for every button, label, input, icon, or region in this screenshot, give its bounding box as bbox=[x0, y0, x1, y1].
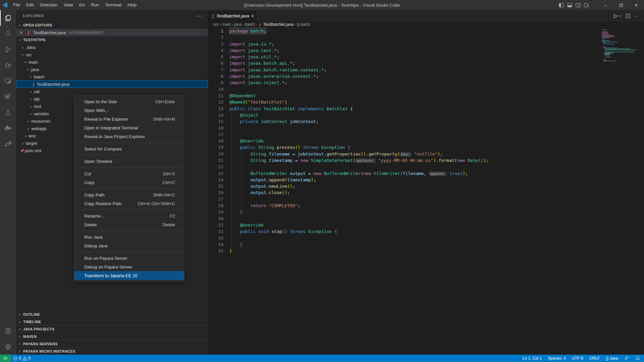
status-indentation[interactable]: Spaces: 4 bbox=[545, 355, 569, 362]
tree-item-testbatchlet-java[interactable]: JTestBatchlet.java bbox=[16, 80, 208, 88]
menu-item-debug-java[interactable]: Debug Java bbox=[74, 241, 184, 250]
menu-item-run-on-payara-server[interactable]: Run on Payara Server bbox=[74, 254, 184, 262]
code-line[interactable]: 9import javax.inject.*; bbox=[208, 79, 644, 86]
code-editor[interactable]: 1package batch;23import java.io.*;4impor… bbox=[208, 27, 644, 355]
code-line[interactable]: 27 bbox=[208, 196, 644, 202]
java-status-icon[interactable] bbox=[621, 355, 632, 362]
run-button[interactable] bbox=[613, 14, 618, 18]
tree-item--idea[interactable]: ›.idea bbox=[16, 44, 208, 51]
code-line[interactable]: 11@Dependent bbox=[208, 93, 644, 99]
toggle-secondary-sidebar-icon[interactable] bbox=[576, 3, 581, 7]
activity-bar-search[interactable] bbox=[0, 26, 16, 42]
menu-terminal[interactable]: Terminal bbox=[102, 0, 124, 10]
code-line[interactable]: 26 output.close(); bbox=[208, 189, 644, 196]
code-line[interactable]: 7import javax.batch.runtime.context.*; bbox=[208, 67, 644, 73]
code-line[interactable]: 24 output.append(timestamp); bbox=[208, 177, 644, 183]
activity-bar-run-and-debug[interactable] bbox=[0, 57, 16, 73]
menu-item-debug-on-payara-server[interactable]: Debug on Payara Server bbox=[74, 262, 184, 271]
code-line[interactable]: 35} bbox=[208, 248, 644, 254]
menu-item-open-to-the-side[interactable]: Open to the SideCtrl+Enter bbox=[74, 97, 184, 106]
explorer-more-actions-icon[interactable]: ··· bbox=[197, 13, 202, 18]
customize-layout-icon[interactable] bbox=[584, 3, 589, 7]
section-outline[interactable]: ›OUTLINE bbox=[16, 310, 208, 318]
code-line[interactable]: 34 } bbox=[208, 241, 644, 248]
close-editor-icon[interactable]: ✕ bbox=[19, 31, 24, 35]
code-line[interactable]: 15 private JobContext jobContext; bbox=[208, 118, 644, 125]
run-dropdown-icon[interactable] bbox=[619, 15, 622, 17]
status-encoding[interactable]: UTF-8 bbox=[569, 355, 586, 362]
menu-run[interactable]: Run bbox=[88, 0, 102, 10]
minimap[interactable] bbox=[602, 29, 639, 65]
breadcrumb-item[interactable]: batch bbox=[245, 22, 255, 27]
breadcrumb-item[interactable]: src bbox=[213, 22, 219, 27]
code-line[interactable]: 32 public void stop() throws Exception { bbox=[208, 228, 644, 235]
code-line[interactable]: 17 bbox=[208, 131, 644, 138]
status-eol[interactable]: CRLF bbox=[586, 355, 603, 362]
code-line[interactable]: 8import javax.enterprise.context.*; bbox=[208, 73, 644, 79]
activity-bar-docker[interactable] bbox=[0, 120, 16, 136]
code-line[interactable]: 22 bbox=[208, 164, 644, 170]
section-java-projects[interactable]: ›JAVA PROJECTS bbox=[16, 325, 208, 333]
menu-item-open-in-integrated-terminal[interactable]: Open in Integrated Terminal bbox=[74, 123, 184, 132]
remote-window-icon[interactable] bbox=[0, 355, 11, 362]
section-payara-micro-instances[interactable]: ›PAYARA MICRO INSTANCES bbox=[16, 347, 208, 355]
activity-bar-remote-explorer[interactable] bbox=[0, 73, 16, 89]
code-line[interactable]: 33 bbox=[208, 235, 644, 241]
code-line[interactable]: 6import javax.batch.api.*; bbox=[208, 60, 644, 66]
activity-bar-source-control[interactable] bbox=[0, 42, 16, 57]
menu-item-cut[interactable]: CutCtrl+X bbox=[74, 169, 184, 178]
code-line[interactable]: 25 output.newLine(); bbox=[208, 183, 644, 189]
restore-button[interactable] bbox=[613, 0, 629, 10]
code-line[interactable]: 30 bbox=[208, 216, 644, 222]
bell-icon[interactable] bbox=[632, 355, 644, 362]
menu-item-reveal-in-file-explorer[interactable]: Reveal in File ExplorerShift+Alt+R bbox=[74, 115, 184, 123]
menu-help[interactable]: Help bbox=[124, 0, 140, 10]
menu-go[interactable]: Go bbox=[76, 0, 88, 10]
activity-bar-settings[interactable]: ⚙ bbox=[0, 339, 16, 355]
minimize-button[interactable]: – bbox=[598, 0, 613, 10]
code-line[interactable]: 23 BufferedWriter output = new BufferedW… bbox=[208, 170, 644, 177]
code-line[interactable]: 13public class TestBatchlet implements B… bbox=[208, 106, 644, 112]
section-maven[interactable]: ›MAVEN bbox=[16, 333, 208, 340]
close-tab-icon[interactable]: ✕ bbox=[251, 14, 254, 18]
menu-item-select-for-compare[interactable]: Select for Compare bbox=[74, 144, 184, 153]
tab-testbatchlet[interactable]: J TestBatchlet.java ✕ bbox=[208, 10, 257, 22]
menu-item-transform-to-jakarta-ee-10[interactable]: Transform to Jakarta EE 10 bbox=[74, 271, 184, 280]
menu-item-copy[interactable]: CopyCtrl+C bbox=[74, 178, 184, 187]
code-line[interactable]: 18 @Override bbox=[208, 138, 644, 144]
code-line[interactable]: 20 String filename = jobContext.getPrope… bbox=[208, 151, 644, 157]
breadcrumb-item[interactable]: java bbox=[234, 22, 241, 27]
menu-edit[interactable]: Edit bbox=[23, 0, 37, 10]
tree-item-cdi[interactable]: ›cdi bbox=[16, 88, 208, 95]
menu-item-delete[interactable]: DeleteDelete bbox=[74, 220, 184, 229]
activity-bar-testing[interactable] bbox=[0, 105, 16, 120]
section-timeline[interactable]: ›TIMELINE bbox=[16, 318, 208, 325]
code-line[interactable]: 4import java.text.*; bbox=[208, 47, 644, 54]
code-line[interactable]: 29 } bbox=[208, 209, 644, 215]
code-line[interactable]: 3import java.io.*; bbox=[208, 41, 644, 47]
split-editor-icon[interactable] bbox=[626, 14, 630, 18]
tree-item-src[interactable]: ›src bbox=[16, 51, 208, 58]
code-line[interactable]: 5import java.util.*; bbox=[208, 54, 644, 60]
code-line[interactable]: 16 bbox=[208, 125, 644, 131]
activity-bar-payara[interactable] bbox=[0, 136, 16, 152]
toggle-sidebar-icon[interactable] bbox=[559, 3, 564, 7]
project-root-header[interactable]: › TESTHTTPS bbox=[16, 36, 208, 44]
status-cursor-position[interactable]: Ln 1, Col 1 bbox=[520, 355, 545, 362]
menu-item-open-timeline[interactable]: Open Timeline bbox=[74, 157, 184, 166]
tree-item-java[interactable]: ›java bbox=[16, 66, 208, 73]
open-editors-header[interactable]: › OPEN EDITORS bbox=[16, 21, 208, 29]
breadcrumb-item[interactable]: main bbox=[222, 22, 231, 27]
status-language-mode[interactable]: {} Java bbox=[603, 355, 621, 362]
problems-indicator[interactable]: 0 0 bbox=[11, 355, 33, 362]
menu-item-copy-path[interactable]: Copy PathShift+Alt+C bbox=[74, 190, 184, 199]
menu-selection[interactable]: Selection bbox=[37, 0, 60, 10]
menu-item-open-with[interactable]: Open With... bbox=[74, 106, 184, 115]
menu-item-run-java[interactable]: Run Java bbox=[74, 233, 184, 241]
menu-item-rename[interactable]: Rename...F2 bbox=[74, 212, 184, 220]
close-window-button[interactable]: ✕ bbox=[629, 0, 644, 10]
toggle-panel-icon[interactable] bbox=[567, 3, 572, 7]
code-line[interactable]: 14 @Inject bbox=[208, 112, 644, 118]
section-payara-servers[interactable]: ›PAYARA SERVERS bbox=[16, 340, 208, 347]
menu-item-copy-relative-path[interactable]: Copy Relative PathCtrl+K Ctrl+Shift+C bbox=[74, 199, 184, 208]
